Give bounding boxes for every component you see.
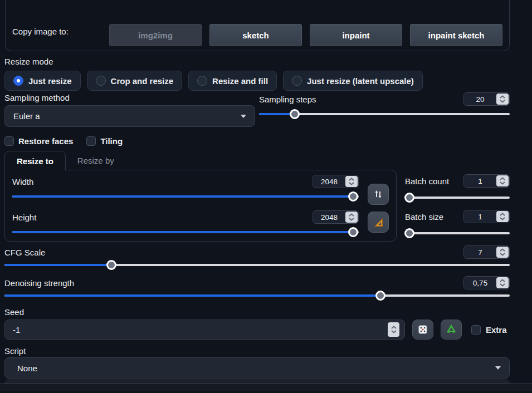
radio-icon bbox=[96, 76, 106, 86]
spinner-icon[interactable] bbox=[496, 247, 509, 258]
resize-mode-group: Just resize Crop and resize Resize and f… bbox=[4, 71, 510, 91]
spinner-icon[interactable] bbox=[496, 211, 509, 222]
seed-value: -1 bbox=[13, 325, 20, 335]
batch-size-input[interactable]: 1 bbox=[463, 210, 510, 223]
checkbox-icon[interactable] bbox=[471, 325, 481, 335]
chevron-down-icon bbox=[495, 366, 501, 370]
resize-mode-option-resize-and-fill[interactable]: Resize and fill bbox=[188, 71, 277, 91]
spinner-icon[interactable] bbox=[496, 175, 509, 186]
batch-size-slider[interactable] bbox=[405, 228, 510, 238]
denoising-strength-label: Denoising strength bbox=[4, 278, 74, 288]
swap-width-height-button[interactable] bbox=[368, 184, 389, 205]
triangle-ruler-icon bbox=[373, 217, 384, 228]
slider-fill bbox=[12, 195, 353, 198]
slider-track bbox=[405, 232, 510, 234]
tab-resize-to[interactable]: Resize to bbox=[4, 151, 66, 170]
batch-count-value: 1 bbox=[464, 177, 496, 185]
tab-resize-by[interactable]: Resize by bbox=[66, 151, 126, 170]
option-label: Just resize bbox=[28, 76, 72, 86]
sampling-steps-value: 20 bbox=[464, 95, 496, 104]
img2img-settings-panel: Copy image to: img2img sketch inpaint in… bbox=[0, 0, 532, 393]
sampling-method-label: Sampling method bbox=[4, 92, 255, 103]
batch-size-label: Batch size bbox=[405, 212, 443, 222]
slider-thumb[interactable] bbox=[375, 291, 385, 301]
resize-mode-option-latent-upscale[interactable]: Just resize (latent upscale) bbox=[283, 71, 423, 91]
denoising-strength-input[interactable]: 0,75 bbox=[463, 276, 510, 289]
sampling-steps-slider[interactable] bbox=[259, 109, 510, 119]
swap-arrows-icon bbox=[373, 189, 384, 200]
batch-count-input[interactable]: 1 bbox=[463, 174, 510, 188]
cfg-scale-input[interactable]: 7 bbox=[463, 245, 510, 259]
cfg-scale-slider[interactable] bbox=[4, 260, 510, 270]
width-value: 2048 bbox=[313, 178, 345, 186]
height-label: Height bbox=[12, 212, 36, 223]
chevron-down-icon bbox=[241, 115, 246, 118]
cfg-scale-value: 7 bbox=[464, 248, 496, 257]
bottom-strip bbox=[0, 384, 532, 391]
spinner-icon[interactable] bbox=[345, 212, 358, 223]
sampling-steps-label: Sampling steps bbox=[259, 94, 316, 105]
copy-buttons-group: img2img sketch inpaint inpaint sketch bbox=[109, 24, 502, 46]
script-dropdown[interactable]: None bbox=[4, 357, 510, 379]
reuse-seed-button[interactable] bbox=[441, 320, 462, 340]
copy-image-panel: Copy image to: img2img sketch inpaint in… bbox=[5, 0, 510, 51]
slider-thumb[interactable] bbox=[348, 191, 358, 202]
spinner-icon[interactable] bbox=[496, 277, 509, 288]
option-label: Resize and fill bbox=[212, 76, 268, 86]
sampling-method-value: Euler a bbox=[13, 111, 40, 121]
radio-icon bbox=[197, 76, 207, 86]
seed-label: Seed bbox=[4, 307, 510, 317]
slider-thumb[interactable] bbox=[106, 260, 116, 270]
width-label: Width bbox=[12, 176, 33, 187]
resize-tabs: Resize to Resize by bbox=[4, 151, 510, 170]
height-slider[interactable] bbox=[12, 227, 359, 237]
resize-mode-option-just-resize[interactable]: Just resize bbox=[4, 71, 81, 91]
slider-fill bbox=[4, 294, 380, 297]
tiling-checkbox-item[interactable]: Tiling bbox=[86, 136, 123, 146]
resize-mode-option-crop-and-resize[interactable]: Crop and resize bbox=[87, 71, 183, 91]
width-slider[interactable] bbox=[12, 191, 359, 202]
denoising-strength-slider[interactable] bbox=[4, 291, 510, 301]
sampling-method-dropdown[interactable]: Euler a bbox=[4, 105, 255, 127]
slider-thumb[interactable] bbox=[404, 193, 414, 203]
random-seed-button[interactable] bbox=[412, 320, 433, 340]
restore-faces-label: Restore faces bbox=[18, 136, 73, 146]
recycle-icon bbox=[446, 324, 457, 335]
copy-image-label: Copy image to: bbox=[12, 26, 109, 37]
copy-to-inpaint-sketch-button[interactable]: inpaint sketch bbox=[410, 24, 502, 46]
height-input[interactable]: 2048 bbox=[313, 210, 359, 224]
batch-size-value: 1 bbox=[464, 213, 496, 221]
auto-detect-size-button[interactable] bbox=[368, 212, 389, 233]
extra-seed-checkbox-item[interactable]: Extra bbox=[471, 325, 507, 335]
batch-column: Batch count 1 Batch size bbox=[405, 170, 510, 242]
dice-icon bbox=[417, 324, 428, 335]
spinner-icon[interactable] bbox=[345, 176, 358, 187]
height-value: 2048 bbox=[313, 213, 345, 222]
option-label: Crop and resize bbox=[111, 76, 174, 86]
next-section-top-edge bbox=[4, 379, 510, 384]
copy-to-inpaint-button[interactable]: inpaint bbox=[310, 24, 402, 46]
checkbox-icon[interactable] bbox=[4, 136, 14, 146]
batch-count-slider[interactable] bbox=[405, 193, 510, 203]
script-value: None bbox=[17, 363, 37, 373]
slider-thumb[interactable] bbox=[404, 228, 414, 238]
slider-thumb[interactable] bbox=[348, 227, 358, 237]
radio-icon bbox=[292, 76, 302, 86]
sampling-steps-input[interactable]: 20 bbox=[463, 92, 510, 106]
slider-thumb[interactable] bbox=[290, 109, 300, 119]
copy-to-img2img-button[interactable]: img2img bbox=[109, 24, 202, 46]
slider-track bbox=[405, 196, 510, 199]
copy-to-sketch-button[interactable]: sketch bbox=[209, 24, 302, 46]
spinner-icon[interactable] bbox=[496, 94, 509, 105]
spinner-icon[interactable] bbox=[388, 322, 399, 337]
checkbox-icon[interactable] bbox=[86, 136, 96, 146]
seed-input[interactable]: -1 bbox=[4, 320, 405, 340]
resize-to-panel: Width 2048 bbox=[4, 170, 397, 242]
cfg-scale-label: CFG Scale bbox=[4, 247, 45, 258]
width-input[interactable]: 2048 bbox=[313, 175, 359, 188]
extra-label: Extra bbox=[486, 325, 507, 335]
radio-selected-icon bbox=[13, 76, 23, 86]
option-label: Just resize (latent upscale) bbox=[307, 76, 414, 86]
restore-faces-checkbox-item[interactable]: Restore faces bbox=[4, 136, 73, 146]
denoising-strength-value: 0,75 bbox=[464, 279, 496, 287]
